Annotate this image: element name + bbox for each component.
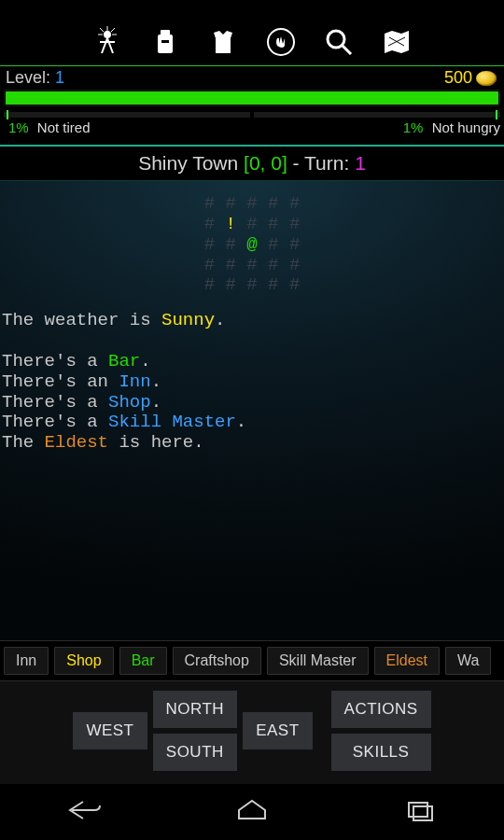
place-skillmaster-button[interactable]: Skill Master [267,647,369,675]
place-strip[interactable]: Inn Shop Bar Craftshop Skill Master Elde… [0,640,504,681]
recent-icon[interactable] [400,796,440,829]
device-status-bar [0,0,504,23]
place-shop-button[interactable]: Shop [54,647,113,675]
gold-display: 500 [444,68,497,88]
hunger-label: (1%) Not hungry [399,119,500,135]
place-wander-button[interactable]: Wa [445,647,491,675]
location-name: Shiny Town [138,152,238,174]
coin-icon [476,71,497,86]
search-icon[interactable] [322,25,356,63]
level-gold-row: Level: 1 500 [0,66,504,90]
gold-value: 500 [444,68,472,88]
android-nav-bar [0,784,504,840]
back-icon[interactable] [64,796,104,829]
ascii-map: # # # # # # ! # # # # # @ # # # # # # # … [2,194,502,296]
level-display: Level: 1 [6,68,64,88]
hand-icon[interactable] [264,25,298,63]
svg-line-3 [111,28,115,32]
skills-button[interactable]: SKILLS [331,734,431,771]
svg-point-10 [328,31,344,48]
fatigue-label: (1%) Not tired [4,119,91,135]
hunger-bar [254,112,500,118]
svg-rect-8 [161,40,169,43]
main-game-area: # # # # # # ! # # # # # @ # # # # # # # … [0,181,504,640]
svg-rect-12 [409,803,427,817]
hp-bar [4,90,500,106]
compass: WEST NORTH SOUTH EAST [73,691,312,771]
map-icon[interactable] [380,25,413,63]
svg-line-2 [100,28,104,32]
fatigue-bar [4,112,250,118]
description-text: The weather is Sunny. There's a Bar. The… [2,311,502,454]
place-craftshop-button[interactable]: Craftshop [173,647,261,675]
level-label: Level: [6,68,50,87]
fatigue-hunger-labels: (1%) Not tired (1%) Not hungry [0,119,504,141]
nav-area: WEST NORTH SOUTH EAST ACTIONS SKILLS [0,681,504,784]
action-column: ACTIONS SKILLS [331,691,431,771]
svg-rect-7 [161,30,170,35]
level-value: 1 [55,68,64,87]
north-button[interactable]: NORTH [153,691,238,728]
inventory-icon[interactable] [148,25,182,63]
home-icon[interactable] [232,796,272,829]
svg-rect-6 [158,35,173,53]
character-icon[interactable] [91,25,124,63]
armor-icon[interactable] [206,25,240,63]
hp-bar-fill [6,91,498,105]
place-eldest-button[interactable]: Eldest [374,647,440,675]
top-toolbar [0,23,504,66]
place-bar-button[interactable]: Bar [119,647,167,675]
turn-value: 1 [355,152,366,174]
svg-line-11 [343,46,351,54]
place-inn-button[interactable]: Inn [4,647,49,675]
east-button[interactable]: EAST [243,712,312,749]
west-button[interactable]: WEST [73,712,147,749]
fatigue-hunger-bars [4,112,500,118]
svg-rect-13 [413,806,432,820]
location-bar: Shiny Town [0, 0] - Turn: 1 [0,147,504,180]
actions-button[interactable]: ACTIONS [331,691,431,728]
south-button[interactable]: SOUTH [153,734,238,771]
svg-point-0 [104,31,111,38]
